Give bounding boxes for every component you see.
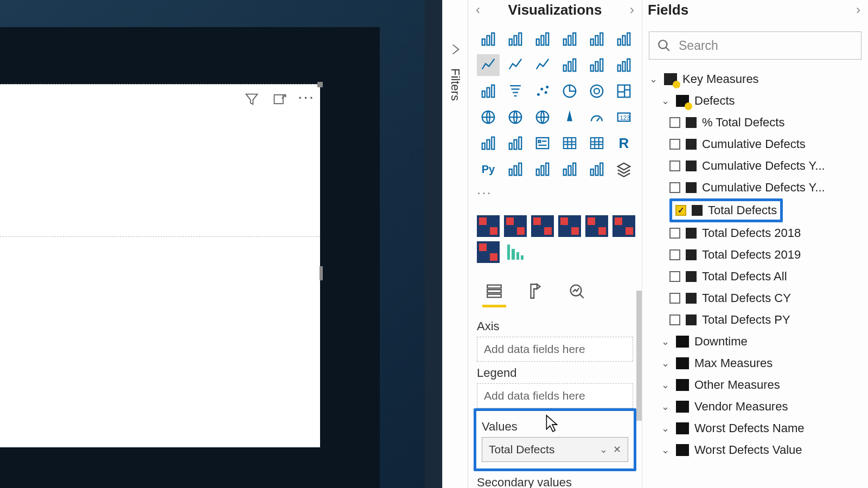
- viz-type-line[interactable]: [477, 54, 500, 76]
- viz-type-r-visual[interactable]: R: [612, 132, 635, 154]
- viz-type-gauge[interactable]: [585, 106, 608, 128]
- field-checkbox[interactable]: [669, 160, 680, 171]
- field-checkbox[interactable]: [675, 205, 686, 216]
- viz-type-pie[interactable]: [558, 80, 581, 102]
- viz-type-stacked-bar-100[interactable]: [585, 28, 608, 50]
- tree-field-cumulative-defects-y-[interactable]: Cumulative Defects Y...: [646, 155, 865, 177]
- tree-folder-other-measures[interactable]: ⌄Other Measures: [646, 374, 865, 396]
- analytics-tab[interactable]: [564, 279, 590, 303]
- viz-type-azure-map[interactable]: [558, 106, 581, 128]
- viz-type-clustered-bar[interactable]: [504, 28, 527, 50]
- values-item-dropdown-icon[interactable]: ⌄: [599, 444, 608, 455]
- field-checkbox[interactable]: [669, 293, 680, 304]
- viz-type-funnel[interactable]: [504, 80, 527, 102]
- viz-type-card[interactable]: 123: [612, 106, 635, 128]
- field-checkbox[interactable]: [669, 249, 680, 260]
- filters-expand-icon[interactable]: [448, 42, 462, 59]
- viz-type-decomposition[interactable]: [531, 158, 554, 180]
- chevron-right-icon[interactable]: ⌄: [660, 401, 671, 413]
- viz-type-stacked-area[interactable]: [531, 54, 554, 76]
- tree-field-cumulative-defects[interactable]: Cumulative Defects: [646, 133, 865, 155]
- tree-folder-downtime[interactable]: ⌄Downtime: [646, 331, 865, 352]
- custom-visual-6[interactable]: [612, 215, 635, 237]
- custom-visual-1[interactable]: [477, 215, 500, 237]
- field-checkbox[interactable]: [669, 228, 680, 239]
- chevron-right-icon[interactable]: ⌄: [660, 379, 671, 391]
- viz-type-key-influencers[interactable]: [504, 158, 527, 180]
- tree-field--total-defects[interactable]: % Total Defects: [646, 112, 865, 133]
- tree-field-total-defects-py[interactable]: Total Defects PY: [646, 309, 865, 331]
- tree-folder-vendor-measures[interactable]: ⌄Vendor Measures: [646, 396, 865, 418]
- tree-field-total-defects-highlight[interactable]: Total Defects: [669, 198, 783, 222]
- custom-visual-4[interactable]: [558, 215, 581, 237]
- viz-type-more-visual[interactable]: [612, 158, 635, 180]
- fields-pane-collapse[interactable]: ›: [854, 0, 863, 20]
- format-tab[interactable]: [522, 279, 548, 303]
- viz-type-multi-card[interactable]: [477, 132, 500, 154]
- viz-type-area[interactable]: [504, 54, 527, 76]
- viz-type-line-stacked[interactable]: [585, 54, 608, 76]
- tree-folder-defects[interactable]: ⌄Defects: [646, 90, 865, 112]
- values-well-item[interactable]: Total Defects ⌄ ✕: [482, 437, 628, 462]
- field-checkbox[interactable]: [669, 139, 680, 150]
- viz-type-filled-map[interactable]: [504, 106, 527, 128]
- custom-visual-7[interactable]: [477, 241, 500, 263]
- viz-type-stacked-column[interactable]: [531, 28, 554, 50]
- viz-type-stacked-bar[interactable]: [477, 28, 500, 50]
- custom-visual-3[interactable]: [531, 215, 554, 237]
- focus-mode-icon[interactable]: [270, 89, 290, 110]
- tree-field-total-defects-all[interactable]: Total Defects All: [646, 266, 865, 287]
- viz-type-donut[interactable]: [585, 80, 608, 102]
- chevron-down-icon[interactable]: ⌄: [648, 73, 659, 85]
- viz-type-scatter[interactable]: [531, 80, 554, 102]
- viz-type-matrix[interactable]: [585, 132, 608, 154]
- custom-visual-2[interactable]: [504, 215, 527, 237]
- axis-well[interactable]: Add data fields here: [477, 337, 633, 362]
- more-options-icon[interactable]: ···: [298, 94, 315, 105]
- viz-pane-collapse-left[interactable]: ‹: [474, 0, 482, 20]
- chevron-right-icon[interactable]: ⌄: [660, 444, 671, 456]
- viz-type-treemap[interactable]: [612, 80, 635, 102]
- tree-table-key-measures[interactable]: ⌄Key Measures: [646, 68, 865, 90]
- tree-folder-max-measures[interactable]: ⌄Max Measures: [646, 352, 865, 374]
- field-checkbox[interactable]: [669, 182, 680, 193]
- resize-handle-e[interactable]: [320, 266, 323, 280]
- viz-type-stacked-column-100[interactable]: [612, 28, 635, 50]
- visual-placeholder[interactable]: ···: [0, 84, 320, 447]
- viz-type-paginated[interactable]: [585, 158, 608, 180]
- field-checkbox[interactable]: [669, 117, 680, 128]
- chevron-right-icon[interactable]: ⌄: [660, 357, 671, 369]
- field-checkbox[interactable]: [669, 314, 680, 325]
- tree-folder-worst-defects-value[interactable]: ⌄Worst Defects Value: [646, 439, 865, 461]
- values-item-remove-icon[interactable]: ✕: [613, 444, 621, 455]
- viz-type-kpi[interactable]: [504, 132, 527, 154]
- fields-tab[interactable]: [481, 279, 507, 303]
- viz-type-table[interactable]: [558, 132, 581, 154]
- legend-well[interactable]: Add data fields here: [477, 383, 633, 408]
- viz-type-map[interactable]: [477, 106, 500, 128]
- viz-type-line-clustered[interactable]: [558, 54, 581, 76]
- chevron-right-icon[interactable]: ⌄: [660, 422, 671, 434]
- viz-type-ribbon[interactable]: [612, 54, 635, 76]
- viz-type-waterfall[interactable]: [477, 80, 500, 102]
- filters-pane-collapsed[interactable]: Filters: [442, 0, 468, 488]
- custom-visual-5[interactable]: [585, 215, 608, 237]
- viz-type-qa[interactable]: [558, 158, 581, 180]
- viz-pane-collapse-right[interactable]: ›: [628, 0, 636, 20]
- custom-visual-bars[interactable]: [504, 241, 527, 263]
- viz-type-py-visual[interactable]: Py: [477, 158, 500, 180]
- viz-pane-scrollbar[interactable]: [636, 291, 642, 421]
- viz-type-slicer[interactable]: [531, 132, 554, 154]
- field-checkbox[interactable]: [669, 271, 680, 282]
- viz-more-ellipsis[interactable]: ···: [468, 182, 642, 203]
- viz-type-clustered-column[interactable]: [558, 28, 581, 50]
- tree-folder-worst-defects-name[interactable]: ⌄Worst Defects Name: [646, 418, 865, 439]
- chevron-down-icon[interactable]: ⌄: [660, 95, 671, 107]
- resize-handle-ne[interactable]: [317, 82, 323, 87]
- tree-field-cumulative-defects-y-[interactable]: Cumulative Defects Y...: [646, 177, 865, 198]
- chevron-right-icon[interactable]: ⌄: [660, 336, 671, 348]
- fields-search[interactable]: Search: [649, 31, 861, 60]
- viz-type-shape-map[interactable]: [531, 106, 554, 128]
- filter-icon[interactable]: [241, 89, 262, 110]
- tree-field-total-defects-cy[interactable]: Total Defects CY: [646, 287, 865, 309]
